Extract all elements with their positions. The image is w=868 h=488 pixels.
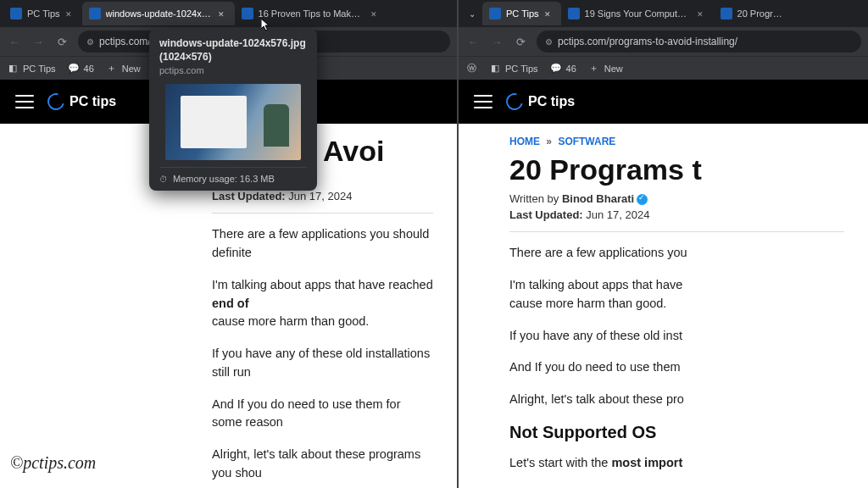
- forward-icon[interactable]: →: [489, 34, 504, 49]
- last-updated: Last Updated: Jun 17, 2024: [509, 208, 844, 232]
- close-icon[interactable]: [697, 8, 707, 19]
- last-updated: Last Updated: Jun 17, 2024: [212, 190, 433, 214]
- browser-window-right: ⌄ PC Tips 19 Signs Your Computer Doesn 2…: [459, 0, 868, 488]
- tab-active[interactable]: windows-update-868x488.jpg: [82, 2, 235, 25]
- paragraph: Let's start with the most import: [509, 454, 844, 473]
- back-icon[interactable]: ←: [465, 34, 481, 49]
- crumb-home[interactable]: HOME: [509, 136, 540, 147]
- tab-title: PC Tips: [506, 8, 539, 19]
- paragraph: There are a few applications you: [509, 244, 844, 263]
- tab[interactable]: 19 Signs Your Computer Doesn: [561, 2, 714, 25]
- tab-search-icon[interactable]: ⌄: [462, 3, 482, 24]
- tab-title: windows-update-868x488.jpg: [106, 8, 213, 19]
- bookmark-pctips[interactable]: ◧PC Tips: [7, 63, 56, 75]
- tab-title: PC Tips: [27, 8, 60, 19]
- url-field[interactable]: ⚙ pctips.com/programs-to-avoid-installin…: [537, 30, 861, 53]
- favicon-icon: [10, 8, 22, 19]
- close-icon[interactable]: [544, 8, 554, 19]
- crumb-separator: »: [546, 136, 552, 147]
- reload-icon[interactable]: ⟳: [513, 34, 528, 49]
- hover-memory: Memory usage: 16.3 MB: [159, 167, 307, 184]
- close-icon[interactable]: [370, 8, 381, 19]
- tab-strip: ⌄ PC Tips 19 Signs Your Computer Doesn 2…: [459, 0, 868, 27]
- tab-strip: PC Tips windows-update-868x488.jpg 16 P…: [0, 0, 457, 27]
- tab[interactable]: PC Tips: [3, 2, 82, 25]
- chat-icon: 💬: [68, 63, 80, 75]
- tab-hover-card: windows-update-868x488.jpg (868×488) p…: [149, 29, 317, 191]
- address-bar: ← → ⟳ ⚙ pctips.com/programs-to-avoid-ins…: [459, 27, 868, 56]
- paragraph: Alright, let's talk about these programs…: [212, 446, 433, 483]
- watermark: ©pctips.com: [10, 453, 96, 473]
- paragraph: I'm talking about apps that havecause mo…: [509, 276, 844, 313]
- bookmark-new[interactable]: ＋New: [106, 63, 141, 75]
- section-heading: Not Supported OS: [509, 423, 844, 442]
- tab-active[interactable]: PC Tips: [482, 2, 561, 25]
- close-icon[interactable]: [218, 8, 228, 19]
- breadcrumb: HOME » SOFTWARE: [509, 136, 844, 147]
- url-text: pctips.com/programs-to-avoid-installing/: [558, 36, 737, 47]
- byline: Written by Binod Bharati: [509, 192, 844, 205]
- favicon-icon: [89, 8, 101, 19]
- tab[interactable]: 20 Programs t: [714, 2, 790, 25]
- reload-icon[interactable]: ⟳: [54, 34, 70, 49]
- article: HOME » SOFTWARE 20 Programs t Written by…: [459, 124, 868, 488]
- favicon-icon: [242, 8, 253, 19]
- paragraph: I'm talking about apps that have reached…: [212, 276, 433, 331]
- logo-mark-icon: [44, 90, 67, 113]
- bookmark-comments[interactable]: 💬46: [550, 63, 576, 75]
- chat-icon: 💬: [550, 63, 562, 75]
- favicon-icon: [489, 8, 501, 19]
- bookmarks-bar: ⓦ ◧PC Tips 💬46 ＋New: [459, 56, 868, 80]
- logo-mark-icon: [503, 90, 526, 113]
- author-name[interactable]: Binod Bharati: [562, 192, 634, 205]
- tab-title: 16 Proven Tips to Make Your S: [259, 8, 365, 19]
- menu-icon[interactable]: [474, 95, 492, 108]
- hover-title: windows-update-868x488.jpg (868×488): [159, 37, 307, 64]
- page-content: HOME » SOFTWARE 20 Programs t Written by…: [459, 124, 868, 488]
- paragraph: If you have any of these old inst: [509, 327, 844, 346]
- crumb-software[interactable]: SOFTWARE: [558, 136, 615, 147]
- pctips-icon: ◧: [489, 63, 501, 75]
- paragraph: If you have any of these old installatio…: [212, 345, 433, 382]
- forward-icon[interactable]: →: [31, 34, 46, 49]
- paragraph: And If you do need to use them for some …: [212, 396, 433, 433]
- site-settings-icon[interactable]: ⚙: [545, 37, 553, 47]
- site-settings-icon[interactable]: ⚙: [86, 37, 94, 47]
- bookmark-pctips[interactable]: ◧PC Tips: [489, 63, 538, 75]
- favicon-icon: [721, 8, 732, 19]
- tab[interactable]: 16 Proven Tips to Make Your S: [235, 2, 387, 25]
- wordpress-icon: ⓦ: [465, 63, 477, 75]
- pctips-icon: ◧: [7, 63, 19, 75]
- paragraph: Alright, let's talk about these pro: [509, 391, 844, 409]
- verified-icon: [637, 194, 648, 205]
- bookmark-comments[interactable]: 💬46: [68, 63, 94, 75]
- paragraph: There are a few applications you should …: [212, 225, 433, 263]
- article-heading: 20 Programs t: [509, 154, 844, 186]
- site-logo[interactable]: PC tips: [47, 93, 116, 110]
- hover-domain: pctips.com: [159, 65, 307, 75]
- hover-thumbnail: [165, 84, 301, 160]
- tab-title: 19 Signs Your Computer Doesn: [585, 8, 692, 19]
- bookmark-new[interactable]: ＋New: [588, 63, 623, 75]
- menu-icon[interactable]: [15, 95, 34, 108]
- paragraph: And If you do need to use them: [509, 358, 844, 377]
- plus-icon: ＋: [106, 63, 118, 75]
- tab-title: 20 Programs t: [737, 8, 783, 19]
- plus-icon: ＋: [588, 63, 600, 75]
- site-logo[interactable]: PC tips: [506, 93, 575, 110]
- back-icon[interactable]: ←: [7, 34, 22, 49]
- bookmark-wp[interactable]: ⓦ: [465, 63, 477, 75]
- close-icon[interactable]: [65, 8, 75, 19]
- site-header: PC tips: [459, 80, 868, 124]
- cursor-icon: [261, 19, 271, 32]
- favicon-icon: [568, 8, 580, 19]
